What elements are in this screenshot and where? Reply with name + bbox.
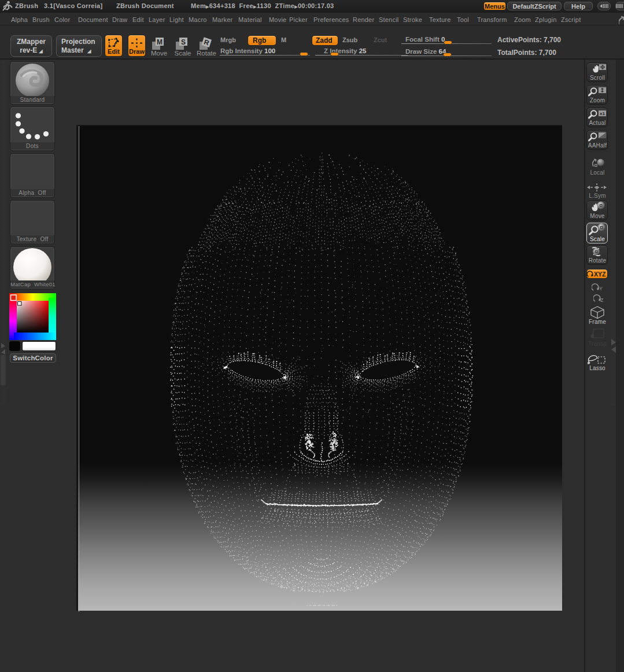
svg-text:x1: x1 bbox=[600, 111, 605, 116]
svg-text:S: S bbox=[181, 38, 186, 46]
svg-text:M: M bbox=[157, 38, 163, 46]
svg-text:Y: Y bbox=[599, 286, 603, 291]
svg-text:Z: Z bbox=[600, 297, 604, 302]
